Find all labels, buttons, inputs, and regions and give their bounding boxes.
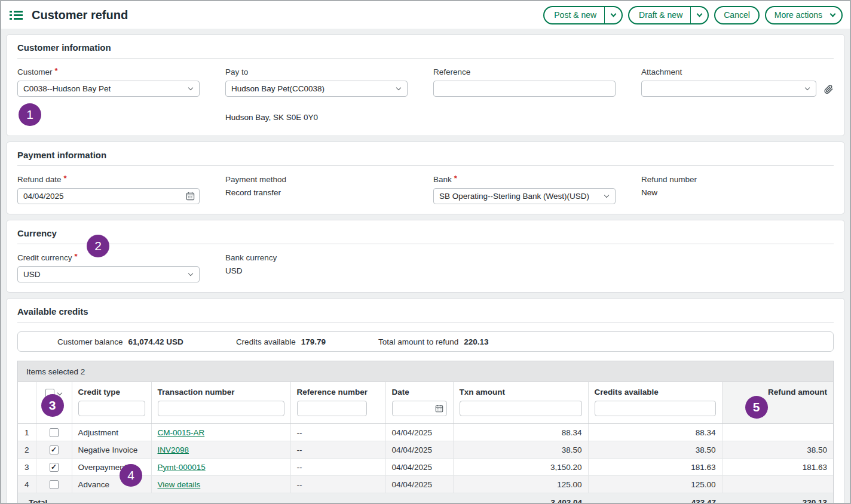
txn-amount-cell: 38.50 [453,441,588,459]
section-title-payment-information: Payment information [17,150,834,160]
cancel-button[interactable]: Cancel [714,6,760,24]
credits-available-summary: Credits available 179.79 [236,337,326,346]
top-actions: Post & new Draft & new Cancel More actio… [543,6,843,24]
refund-number-label: Refund number [641,175,834,184]
credit-currency-value: USD [23,270,184,279]
reference-input[interactable] [433,81,616,97]
customer-information-panel: Customer information Customer* C0038--Hu… [6,34,845,136]
refund-amount-cell[interactable]: 38.50 [722,441,833,459]
txn-amount-cell: 3,150.20 [453,459,588,476]
reference-cell: -- [290,424,385,441]
pay-to-address: Hudson Bay, SK S0E 0Y0 [225,113,433,122]
total-credits-available: 433.47 [588,493,722,503]
pay-to-select[interactable]: Hudson Bay Pet(CC0038) [225,81,408,97]
credit-currency-select[interactable]: USD [17,266,200,282]
total-label: Total [18,493,453,503]
credits-grid: Items selected 2 4 [17,361,834,503]
refund-amount-cell[interactable] [722,476,833,493]
refund-date-label: Refund date* [17,175,225,184]
view-details-link[interactable]: View details [158,480,201,489]
step-badge-5: 5 [745,396,768,419]
section-title-customer-information: Customer information [17,42,834,53]
reference-cell: -- [290,441,385,459]
row-checkbox[interactable] [50,480,59,489]
credits-available-filter[interactable] [595,401,716,416]
refund-amount-cell[interactable]: 181.63 [722,459,833,476]
payment-information-panel: Payment information Refund date* 04/04/2… [6,142,845,214]
row-checkbox[interactable]: ✓ [50,463,59,472]
draft-and-new-dropdown[interactable] [691,14,708,16]
credits-table: 3 Credit type Transaction number [18,382,833,503]
payment-method-label: Payment method [225,175,433,184]
row-number-header [18,382,36,424]
bank-select[interactable]: SB Operating--Sterling Bank (West)(USD) [433,188,616,204]
post-and-new-dropdown[interactable] [605,14,622,16]
total-refund-label: Total amount to refund [378,337,458,346]
paperclip-icon[interactable] [823,84,834,94]
section-divider [17,322,834,322]
credit-type-cell: Adjustment [72,424,151,441]
calendar-icon[interactable] [435,404,443,413]
step-badge-2: 2 [87,235,109,257]
credit-type-filter[interactable] [78,401,145,416]
required-asterisk: * [454,174,457,183]
transaction-number-filter[interactable] [158,401,284,416]
txn-amount-filter[interactable] [460,401,582,416]
transaction-link[interactable]: INV2098 [158,445,189,454]
date-cell: 04/04/2025 [385,476,453,493]
customer-value: C0038--Hudson Bay Pet [23,84,184,93]
chevron-down-icon [805,85,810,90]
row-number: 3 [18,459,36,476]
credits-available-cell: 38.50 [588,441,722,459]
row-number: 2 [18,441,36,459]
total-txn-amount: 3,402.04 [453,493,588,503]
step-badge-3: 3 [41,394,64,417]
credits-available-value: 179.79 [301,337,326,346]
txn-amount-cell: 88.34 [453,424,588,441]
attachment-label: Attachment [641,67,834,76]
row-number: 4 [18,476,36,493]
credits-available-label: Credits available [236,337,296,346]
list-menu-icon[interactable] [10,11,23,20]
customer-select[interactable]: C0038--Hudson Bay Pet [17,81,200,97]
post-and-new-button[interactable]: Post & new [543,6,623,24]
credits-available-header: Credits available [588,382,722,424]
total-refund-value: 220.13 [464,337,488,346]
chevron-down-icon[interactable] [57,391,62,395]
section-divider [17,244,834,244]
grid-header-row: 3 Credit type Transaction number [18,382,833,424]
attachment-select[interactable] [641,81,816,97]
credits-available-cell: 88.34 [588,424,722,441]
items-selected-bar: Items selected 2 [18,361,833,382]
refund-date-input[interactable]: 04/04/2025 [17,188,200,204]
chevron-down-icon [188,271,193,276]
row-checkbox[interactable]: ✓ [50,445,59,454]
bank-currency-label: Bank currency [225,253,433,262]
customer-refund-screen: Customer refund Post & new Draft & new C… [0,0,851,504]
refund-amount-cell[interactable] [722,424,833,441]
chevron-down-icon [696,11,702,17]
reference-number-header: Reference number [290,382,385,424]
transaction-link[interactable]: CM-0015-AR [158,428,205,437]
section-divider [17,165,834,166]
calendar-icon[interactable] [186,192,195,201]
txn-amount-cell: 125.00 [453,476,588,493]
reference-label: Reference [433,67,641,76]
transaction-link[interactable]: Pymt-000015 [158,463,206,472]
row-checkbox[interactable] [50,428,59,437]
step-badge-4: 4 [120,464,142,487]
credits-summary-bar: Customer balance 61,074.42 USD Credits a… [17,331,834,352]
reference-cell: -- [290,459,385,476]
top-bar: Customer refund Post & new Draft & new C… [1,1,850,29]
more-actions-button[interactable]: More actions [765,6,843,24]
section-title-currency: Currency [17,228,834,238]
date-cell: 04/04/2025 [385,441,453,459]
row-number: 1 [18,424,36,441]
date-cell: 04/04/2025 [385,459,453,476]
reference-cell: -- [290,476,385,493]
reference-number-filter[interactable] [297,401,367,416]
payment-method-value: Record transfer [225,188,433,197]
section-divider [17,58,834,59]
chevron-down-icon [396,85,401,90]
draft-and-new-button[interactable]: Draft & new [628,6,709,24]
